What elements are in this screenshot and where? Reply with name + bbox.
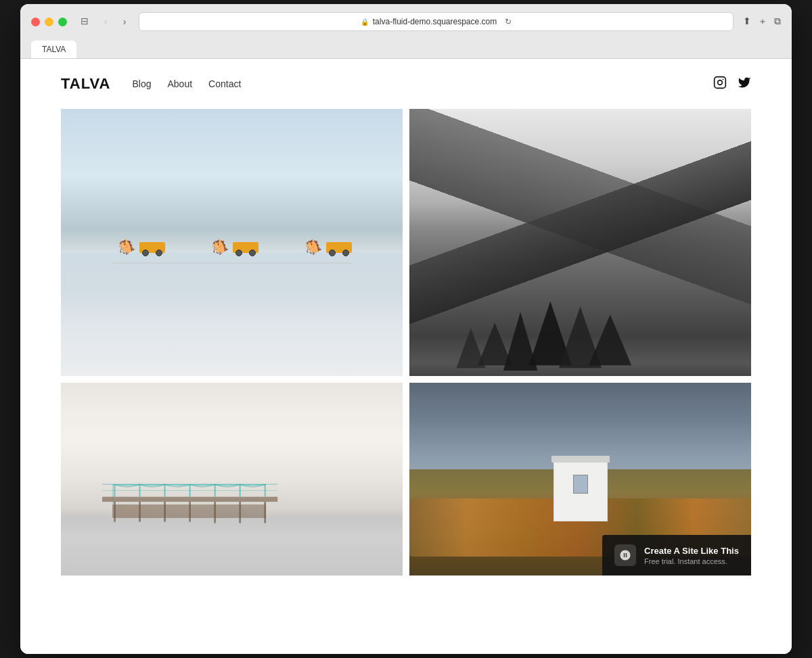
browser-actions: ⬆ ＋ ⧉ xyxy=(743,16,781,28)
hut-building xyxy=(554,461,608,521)
url-text: talva-fluid-demo.squarespace.com xyxy=(373,17,497,26)
horse-icon: 🐎 xyxy=(212,239,231,253)
close-button[interactable] xyxy=(31,18,40,26)
promo-bar[interactable]: Create A Site Like This Free trial. Inst… xyxy=(602,535,751,575)
svg-rect-9 xyxy=(102,497,277,502)
active-tab[interactable]: TALVA xyxy=(31,41,76,58)
svg-marker-3 xyxy=(478,323,512,365)
nav-contact[interactable]: Contact xyxy=(208,78,241,89)
traffic-lights xyxy=(31,18,67,26)
nav-about[interactable]: About xyxy=(167,78,192,89)
horse-icon: 🐎 xyxy=(305,239,324,253)
svg-marker-8 xyxy=(456,328,485,368)
lock-icon: 🔒 xyxy=(361,18,369,26)
svg-point-2 xyxy=(723,78,724,80)
photo-horses[interactable]: 🐎 🐎 🐎 xyxy=(61,109,403,376)
instagram-icon[interactable] xyxy=(713,76,727,93)
browser-titlebar: ⊟ ‹ › 🔒 talva-fluid-demo.squarespace.com… xyxy=(31,12,781,31)
trees-svg xyxy=(409,216,751,376)
pier-svg xyxy=(102,469,290,537)
photo-mountain[interactable] xyxy=(409,109,751,376)
photo-pier[interactable] xyxy=(61,383,403,575)
site-nav: Blog About Contact xyxy=(132,78,241,89)
reload-button[interactable]: ↻ xyxy=(505,17,512,26)
promo-title: Create A Site Like This xyxy=(644,546,739,556)
nav-blog[interactable]: Blog xyxy=(132,78,151,89)
address-bar[interactable]: 🔒 talva-fluid-demo.squarespace.com ↻ xyxy=(139,12,734,31)
cart-shape xyxy=(233,242,258,253)
hut-window xyxy=(573,475,588,494)
twitter-icon[interactable] xyxy=(738,76,751,93)
cart-shape xyxy=(139,242,165,253)
site-header: TALVA Blog About Contact xyxy=(20,59,792,109)
squarespace-logo xyxy=(614,544,636,566)
horse-icon: 🐎 xyxy=(118,239,137,253)
promo-subtitle: Free trial. Instant access. xyxy=(644,557,739,565)
water-reflection xyxy=(61,253,403,376)
horse-carts: 🐎 🐎 🐎 xyxy=(95,239,376,253)
maximize-button[interactable] xyxy=(58,18,67,26)
svg-marker-7 xyxy=(589,314,631,365)
svg-point-1 xyxy=(718,80,723,85)
minimize-button[interactable] xyxy=(45,18,53,26)
back-button[interactable]: ‹ xyxy=(98,14,113,29)
cart-shape xyxy=(326,242,352,253)
new-tab-icon[interactable]: ＋ xyxy=(758,16,767,28)
share-icon[interactable]: ⬆ xyxy=(743,16,751,28)
forward-button[interactable]: › xyxy=(117,14,132,29)
hut-roof xyxy=(551,456,610,463)
promo-text: Create A Site Like This Free trial. Inst… xyxy=(644,546,739,565)
site-logo[interactable]: TALVA xyxy=(61,75,110,93)
browser-controls: ⊟ ‹ › xyxy=(75,14,132,29)
cart-group-3: 🐎 xyxy=(305,239,352,253)
browser-tabs: TALVA xyxy=(31,38,781,58)
browser-window: ⊟ ‹ › 🔒 talva-fluid-demo.squarespace.com… xyxy=(20,4,792,654)
website-content: TALVA Blog About Contact xyxy=(20,59,792,654)
cart-group-1: 🐎 xyxy=(118,239,165,253)
cart-group-2: 🐎 xyxy=(212,239,258,253)
sidebar-toggle-button[interactable]: ⊟ xyxy=(75,14,94,28)
tabs-icon[interactable]: ⧉ xyxy=(774,16,781,28)
photo-grid: 🐎 🐎 🐎 xyxy=(20,109,792,603)
header-right xyxy=(713,76,751,93)
photo-hut[interactable]: Create A Site Like This Free trial. Inst… xyxy=(409,383,751,575)
header-left: TALVA Blog About Contact xyxy=(61,75,241,93)
browser-chrome: ⊟ ‹ › 🔒 talva-fluid-demo.squarespace.com… xyxy=(20,4,792,59)
svg-rect-0 xyxy=(715,76,726,88)
